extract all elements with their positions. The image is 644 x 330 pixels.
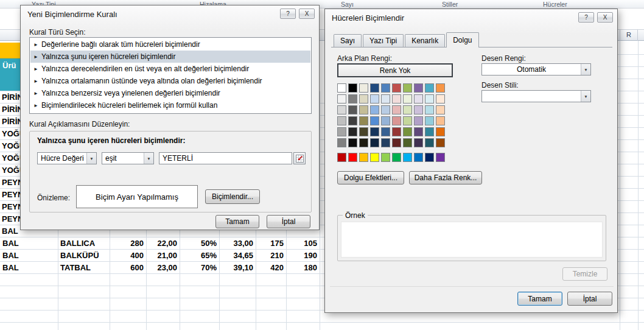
range-picker-button[interactable]: [293, 152, 306, 164]
data-cell[interactable]: BAL: [0, 262, 58, 274]
data-cell[interactable]: 70%: [180, 262, 219, 274]
close-icon[interactable]: X: [597, 12, 613, 23]
fill-color-swatch[interactable]: [414, 116, 423, 125]
standard-color-swatch[interactable]: [414, 153, 423, 162]
fill-color-swatch[interactable]: [392, 116, 401, 125]
fill-color-swatch[interactable]: [381, 138, 390, 147]
fill-color-swatch[interactable]: [425, 127, 434, 136]
condition-operator-dropdown[interactable]: eşit ▼: [102, 152, 154, 164]
chevron-down-icon[interactable]: ▼: [581, 91, 590, 102]
fill-color-swatch[interactable]: [425, 105, 434, 114]
standard-color-swatch[interactable]: [392, 153, 401, 162]
data-cell[interactable]: 23,00: [146, 262, 180, 274]
fill-color-swatch[interactable]: [359, 116, 368, 125]
fill-color-swatch[interactable]: [359, 83, 368, 93]
fill-color-swatch[interactable]: [392, 138, 401, 147]
fill-color-swatch[interactable]: [348, 116, 357, 125]
fill-color-swatch[interactable]: [381, 116, 390, 125]
fill-color-swatch[interactable]: [425, 138, 434, 147]
help-icon[interactable]: ?: [578, 12, 594, 23]
cancel-button[interactable]: İptal: [567, 292, 612, 306]
fill-color-swatch[interactable]: [348, 94, 357, 104]
data-cell[interactable]: BALLICA: [58, 237, 110, 250]
fill-color-swatch[interactable]: [436, 138, 445, 147]
fill-color-swatch[interactable]: [436, 116, 445, 125]
help-icon[interactable]: ?: [280, 9, 296, 19]
fill-color-swatch[interactable]: [414, 138, 423, 147]
fill-color-swatch[interactable]: [381, 94, 390, 104]
rule-type-item[interactable]: ►Değerlerine bağlı olarak tüm hücreleri …: [30, 38, 310, 51]
data-cell[interactable]: 210: [256, 250, 286, 262]
data-cell[interactable]: 65%: [180, 250, 219, 262]
fill-color-swatch[interactable]: [370, 116, 379, 125]
standard-color-swatch[interactable]: [359, 153, 368, 162]
fill-color-swatch[interactable]: [348, 105, 357, 114]
data-cell[interactable]: 420: [256, 262, 286, 274]
data-cell[interactable]: 21,00: [146, 250, 180, 262]
pattern-color-dropdown[interactable]: Otomatik ▼: [481, 63, 591, 75]
ok-button[interactable]: Tamam: [517, 292, 562, 306]
data-cell[interactable]: 190: [286, 250, 320, 262]
tab-sayi[interactable]: Sayı: [334, 34, 362, 47]
fill-color-swatch[interactable]: [425, 116, 434, 125]
standard-color-swatch[interactable]: [436, 153, 445, 162]
format-button[interactable]: Biçimlendir...: [205, 189, 260, 204]
fill-color-swatch[interactable]: [337, 127, 346, 136]
more-colors-button[interactable]: Daha Fazla Renk...: [409, 171, 482, 184]
data-cell[interactable]: 105: [286, 237, 320, 250]
fill-color-swatch[interactable]: [381, 83, 390, 93]
fill-color-swatch[interactable]: [337, 94, 346, 104]
fill-color-swatch[interactable]: [392, 105, 401, 114]
standard-color-swatch[interactable]: [381, 153, 390, 162]
data-cell[interactable]: 180: [286, 262, 320, 274]
data-cell[interactable]: 175: [256, 237, 286, 250]
standard-color-swatch[interactable]: [370, 153, 379, 162]
fill-color-swatch[interactable]: [392, 94, 401, 104]
rule-type-item[interactable]: ►Yalnızca ortalamanın üstünde veya altın…: [30, 75, 310, 87]
column-header-r[interactable]: R: [620, 30, 638, 41]
fill-color-swatch[interactable]: [337, 105, 346, 114]
ok-button[interactable]: Tamam: [215, 215, 259, 228]
condition-field-dropdown[interactable]: Hücre Değeri ▼: [37, 152, 97, 164]
fill-color-swatch[interactable]: [348, 138, 357, 147]
data-cell[interactable]: 50%: [180, 237, 219, 250]
fill-color-swatch[interactable]: [403, 105, 412, 114]
clear-button[interactable]: Temizle: [562, 267, 607, 281]
fill-color-swatch[interactable]: [359, 105, 368, 114]
data-cell[interactable]: 34,65: [219, 250, 256, 262]
fill-color-swatch[interactable]: [414, 127, 423, 136]
rule-type-item[interactable]: ►Yalnızca derecelendirilen en üst veya e…: [30, 63, 310, 75]
fill-color-swatch[interactable]: [414, 105, 423, 114]
no-color-button[interactable]: Renk Yok: [337, 63, 453, 77]
fill-color-swatch[interactable]: [370, 127, 379, 136]
fill-color-swatch[interactable]: [403, 138, 412, 147]
standard-color-swatch[interactable]: [425, 153, 434, 162]
fill-color-swatch[interactable]: [337, 83, 346, 93]
data-cell[interactable]: 39,10: [219, 262, 256, 274]
fill-color-swatch[interactable]: [436, 83, 445, 93]
fill-color-swatch[interactable]: [337, 138, 346, 147]
condition-value-input[interactable]: YETERLİ: [159, 152, 292, 164]
fill-color-swatch[interactable]: [436, 127, 445, 136]
fill-color-swatch[interactable]: [348, 83, 357, 93]
fill-color-swatch[interactable]: [348, 127, 357, 136]
fill-color-swatch[interactable]: [425, 83, 434, 93]
fill-color-swatch[interactable]: [359, 94, 368, 104]
cancel-button[interactable]: İptal: [267, 215, 310, 228]
data-cell[interactable]: BALKÜPÜ: [58, 250, 110, 262]
fill-color-swatch[interactable]: [403, 127, 412, 136]
rule-type-item[interactable]: ►Biçimlendirilecek hücreleri belirlemek …: [30, 99, 310, 111]
chevron-down-icon[interactable]: ▼: [86, 153, 96, 164]
standard-color-swatch[interactable]: [337, 153, 346, 162]
fill-color-swatch[interactable]: [370, 138, 379, 147]
fill-color-swatch[interactable]: [337, 116, 346, 125]
data-cell[interactable]: BAL: [0, 237, 58, 250]
tab-dolgu[interactable]: Dolgu: [446, 32, 478, 47]
fill-color-swatch[interactable]: [370, 105, 379, 114]
chevron-down-icon[interactable]: ▼: [144, 153, 153, 164]
rule-type-item[interactable]: ►Yalnızca benzersiz veya yinelenen değer…: [30, 87, 310, 99]
data-cell[interactable]: 22,00: [146, 237, 180, 250]
fill-color-swatch[interactable]: [436, 94, 445, 104]
fill-color-swatch[interactable]: [414, 83, 423, 93]
fill-color-swatch[interactable]: [370, 94, 379, 104]
